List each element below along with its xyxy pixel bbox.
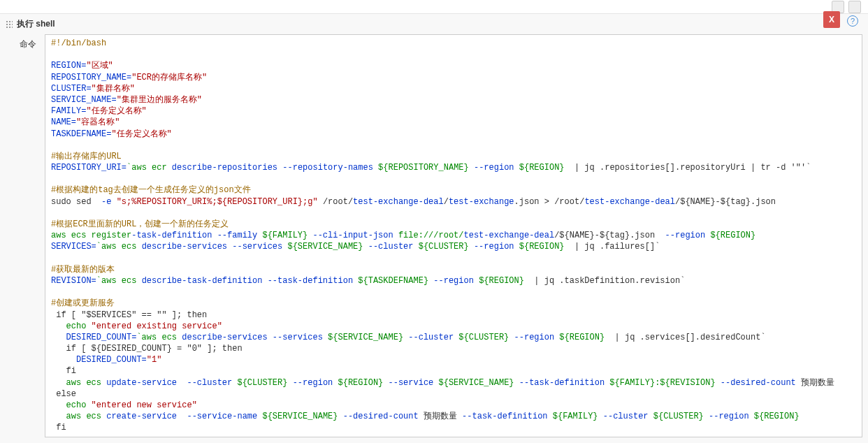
toolbar-button[interactable]: [848, 1, 861, 13]
drag-handle-icon[interactable]: [6, 20, 13, 29]
help-icon[interactable]: ?: [847, 15, 858, 27]
close-button[interactable]: X: [823, 11, 840, 28]
section-title: 执行 shell: [17, 18, 55, 30]
top-toolbar: [0, 0, 868, 14]
section-header: 执行 shell X ?: [0, 14, 868, 34]
body-row: 命令 #!/bin/bash REGION="区域" REPOSITORY_NA…: [0, 34, 868, 443]
command-textarea[interactable]: #!/bin/bash REGION="区域" REPOSITORY_NAME=…: [45, 34, 862, 437]
command-label: 命令: [6, 34, 36, 50]
